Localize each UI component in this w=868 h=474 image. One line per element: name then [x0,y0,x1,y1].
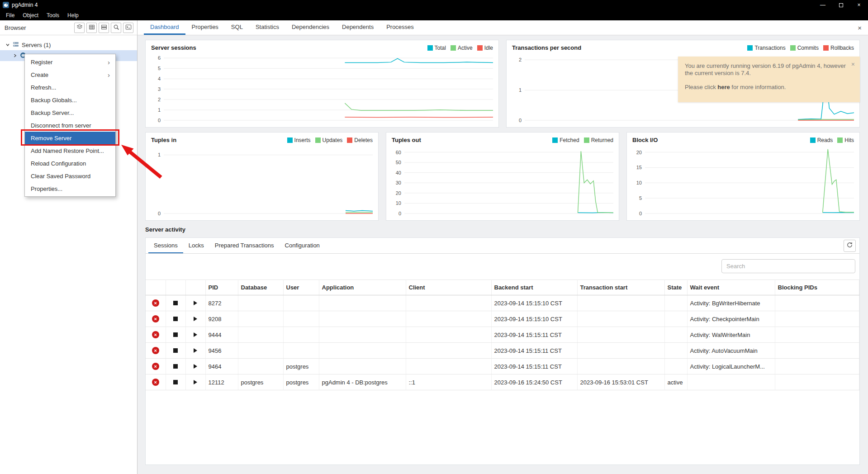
cancel-session-icon[interactable]: × [152,379,159,386]
maximize-button-icon[interactable] [832,0,850,10]
cancel-session-icon[interactable]: × [152,331,159,338]
legend-swatch-icon [315,137,321,143]
context-menu-item-backup-server[interactable]: Backup Server... [25,106,115,119]
menubar-item-help[interactable]: Help [63,11,83,20]
cancel-session-icon[interactable]: × [152,363,159,370]
update-link[interactable]: here [717,84,730,90]
update-notification: × You are currently running version 6.19… [678,57,860,102]
tab-processes[interactable]: Processes [380,20,420,35]
cell-state [664,327,687,343]
legend-label: Total [435,45,446,51]
cell-transaction_start: 2023-09-16 15:53:01 CST [577,374,664,390]
menubar-item-tools[interactable]: Tools [43,11,63,20]
context-menu-item-label: Add Named Restore Point... [31,147,104,154]
cell-database [238,359,283,374]
grid-button[interactable] [86,23,97,33]
tab-statistics[interactable]: Statistics [249,20,285,35]
tab-dependents[interactable]: Dependents [336,20,380,35]
terminate-session-icon[interactable] [173,332,178,337]
minimize-button-icon[interactable]: — [814,0,832,10]
column-header-wait-event[interactable]: Wait event [687,280,775,295]
filtered-rows-button[interactable] [99,23,109,33]
terminate-session-icon[interactable] [173,348,178,353]
context-menu-item-properties[interactable]: Properties... [25,182,115,195]
legend: InsertsUpdatesDeletes [287,137,373,143]
expand-details-icon[interactable] [194,348,197,353]
main-area: DashboardPropertiesSQLStatisticsDependen… [138,20,868,474]
tabbar-close-icon[interactable]: × [851,24,868,32]
search-input[interactable] [721,259,855,273]
legend-label: Deletes [354,137,373,143]
legend-swatch-icon [810,137,816,143]
activity-tab-sessions[interactable]: Sessions [148,238,183,253]
context-menu-item-add-named-restore-point[interactable]: Add Named Restore Point... [25,144,115,157]
expand-details-icon[interactable] [194,317,197,321]
context-menu-item-reload-configuration[interactable]: Reload Configuration [25,157,115,170]
column-header-database[interactable]: Database [238,280,283,295]
cell-wait_event: Activity: WalWriterMain [687,327,775,343]
context-menu-item-refresh[interactable]: Refresh... [25,81,115,94]
context-menu-item-disconnect-from-server[interactable]: Disconnect from server [25,119,115,132]
terminate-cell [166,359,185,374]
legend-commits: Commits [790,45,819,51]
tuples-in-panel: Tuples in InsertsUpdatesDeletes 10 [145,132,379,221]
column-header-client[interactable]: Client [406,280,491,295]
expand-cell [185,327,205,343]
terminate-cell [166,311,185,327]
y-tick-label: 2 [158,97,161,102]
context-menu-item-clear-saved-password[interactable]: Clear Saved Password [25,170,115,182]
menubar-item-file[interactable]: File [2,11,19,20]
refresh-button[interactable] [844,240,856,252]
tree-item-servers[interactable]: Servers (1) [0,39,137,50]
column-header-blocking-pids[interactable]: Blocking PIDs [775,280,859,295]
activity-tab-configuration[interactable]: Configuration [280,238,325,253]
layers-button[interactable] [74,23,85,33]
tab-dependencies[interactable]: Dependencies [285,20,336,35]
action-column-header [146,280,166,295]
tab-dashboard[interactable]: Dashboard [144,20,185,35]
notification-close-icon[interactable]: × [851,61,855,69]
cell-pid: 9456 [205,343,238,359]
context-menu-item-remove-server[interactable]: Remove Server [25,132,115,144]
terminate-session-icon[interactable] [173,364,178,369]
terminal-button[interactable] [123,23,133,33]
terminate-session-icon[interactable] [173,380,178,384]
cancel-cell: × [146,374,166,390]
terminate-session-icon[interactable] [173,317,178,321]
expand-details-icon[interactable] [194,380,197,384]
column-header-backend-start[interactable]: Backend start [491,280,577,295]
panel-title: Server sessions [151,44,196,51]
legend-label: Reads [817,137,833,143]
maximize-glyph [839,3,843,7]
cell-client [406,311,491,327]
cancel-session-icon[interactable]: × [152,315,159,322]
server-sessions-panel: Server sessions TotalActiveIdle 6543210 [145,40,499,128]
column-header-state[interactable]: State [664,280,687,295]
search-button[interactable] [111,23,121,33]
close-button-icon[interactable]: × [850,0,868,10]
legend-label: Commits [797,45,819,51]
column-header-application[interactable]: Application [319,280,406,295]
context-menu-item-backup-globals[interactable]: Backup Globals... [25,94,115,106]
expand-details-icon[interactable] [194,364,197,369]
column-header-user[interactable]: User [283,280,319,295]
cell-user [283,311,319,327]
activity-tab-locks[interactable]: Locks [183,238,209,253]
cancel-session-icon[interactable]: × [152,347,159,354]
tab-properties[interactable]: Properties [185,20,225,35]
cancel-session-icon[interactable]: × [152,299,159,307]
cell-state [664,295,687,311]
expand-details-icon[interactable] [194,332,197,337]
y-tick-label: 0 [158,211,161,216]
context-menu-item-register[interactable]: Register› [25,56,115,68]
menubar-item-object[interactable]: Object [19,11,43,20]
expand-details-icon[interactable] [194,301,197,305]
column-header-transaction-start[interactable]: Transaction start [577,280,664,295]
notification-text-2: Please click here for more information. [685,84,846,91]
column-header-pid[interactable]: PID [205,280,238,295]
submenu-arrow-icon: › [108,58,110,66]
terminate-session-icon[interactable] [173,301,178,305]
context-menu-item-create[interactable]: Create› [25,68,115,81]
tab-sql[interactable]: SQL [225,20,249,35]
activity-tab-prepared-transactions[interactable]: Prepared Transactions [209,238,280,253]
